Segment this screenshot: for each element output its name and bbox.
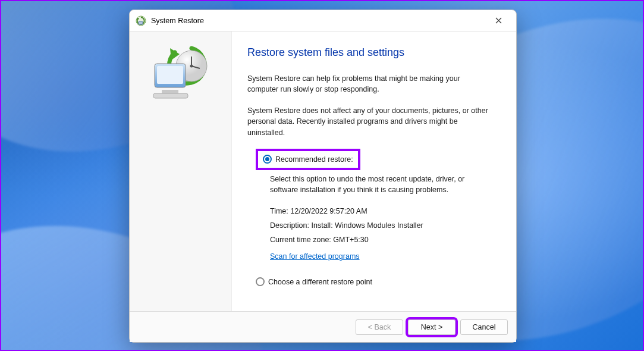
svg-rect-2 (139, 21, 143, 24)
next-button[interactable]: Next > (408, 319, 455, 335)
choose-different-point-label: Choose a different restore point (268, 277, 372, 287)
back-button: < Back (356, 319, 403, 335)
wizard-footer: < Back Next > Cancel (130, 311, 516, 342)
scan-affected-programs-link[interactable]: Scan for affected programs (270, 251, 360, 262)
intro-paragraph-2: System Restore does not affect any of yo… (247, 105, 491, 137)
titlebar[interactable]: System Restore (130, 10, 516, 32)
radio-unselected-icon (256, 277, 265, 286)
close-button[interactable] (485, 12, 511, 30)
restore-illustration-icon (145, 43, 216, 109)
wizard-sidebar (130, 32, 232, 311)
svg-rect-13 (153, 93, 188, 98)
recommended-restore-label: Recommended restore: (275, 154, 353, 165)
system-restore-icon (136, 15, 146, 26)
window-title: System Restore (151, 17, 204, 25)
close-icon (495, 17, 502, 24)
desktop-background: System Restore (0, 0, 644, 351)
recommended-restore-radio[interactable]: Recommended restore: (256, 149, 360, 170)
svg-rect-12 (162, 90, 178, 93)
svg-rect-11 (157, 66, 183, 84)
wizard-content: Restore system files and settings System… (232, 32, 516, 311)
choose-different-point-radio[interactable]: Choose a different restore point (256, 277, 498, 287)
page-heading: Restore system files and settings (247, 45, 498, 60)
system-restore-window: System Restore (129, 10, 517, 343)
intro-paragraph-1: System Restore can help fix problems tha… (247, 73, 491, 95)
recommended-restore-description: Select this option to undo the most rece… (270, 174, 472, 195)
svg-point-9 (190, 65, 193, 68)
restore-time-row: Time: 12/20/2022 9:57:20 AM (270, 206, 498, 217)
radio-selected-icon (263, 155, 272, 164)
restore-description-row: Description: Install: Windows Modules In… (270, 220, 498, 231)
cancel-button[interactable]: Cancel (460, 319, 508, 335)
restore-timezone-row: Current time zone: GMT+5:30 (270, 234, 498, 245)
